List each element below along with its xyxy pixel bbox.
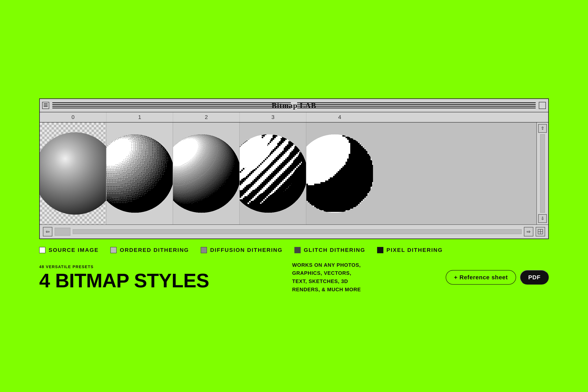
glitch-dither-canvas: [240, 122, 306, 224]
toolbar-scroll-thumb[interactable]: [55, 228, 70, 236]
scroll-down-icon: ⇩: [541, 216, 544, 221]
scroll-up-icon: ⇧: [541, 126, 544, 131]
title-line: [297, 108, 536, 108]
scroll-track[interactable]: [540, 134, 545, 213]
title-line: [297, 102, 536, 103]
bottom-right: + Reference sheet PDF: [446, 270, 549, 284]
bottom-description: WORKS ON ANY PHOTOS, GRAPHICS, VECTORS, …: [292, 261, 363, 294]
bottom-left: 48 VERSATILE PRESETS 4 BITMAP STYLES: [39, 264, 209, 290]
panel-glitch: [240, 122, 306, 224]
legend-swatch-pixel: [377, 247, 384, 253]
title-line: [52, 106, 291, 106]
presets-label: 48 VERSATILE PRESETS: [39, 264, 209, 269]
col-header-3: 3: [240, 112, 306, 122]
panel-source: [40, 122, 106, 224]
legend-label-ordered: ORDERED DITHERING: [120, 247, 189, 253]
pixel-dither-canvas: [306, 122, 373, 224]
legend-swatch-source: [39, 247, 46, 253]
window-close-icon[interactable]: [539, 102, 546, 109]
legend-item-pixel: PIXEL DITHERING: [377, 247, 443, 253]
column-headers: 0 1 2 3 4: [40, 112, 548, 122]
panel-pixel: [306, 122, 536, 224]
scroll-right-button[interactable]: ⇨: [524, 227, 533, 236]
scroll-down-button[interactable]: ⇩: [538, 214, 547, 223]
window-menu-icon[interactable]: [42, 102, 49, 109]
description-line2: TEXT, SKETCHES, 3D RENDERS, & MUCH MORE: [292, 278, 361, 292]
source-sphere-container: [40, 122, 106, 224]
legend-item-source: SOURCE IMAGE: [39, 247, 98, 253]
main-title: 4 BITMAP STYLES: [39, 271, 209, 290]
legend-item-diffusion: DIFFUSION DITHERING: [201, 247, 283, 253]
title-line: [297, 106, 536, 106]
legend-label-source: SOURCE IMAGE: [48, 247, 98, 253]
legend-swatch-diffusion: [201, 247, 207, 253]
toolbar-scroll-track[interactable]: [73, 229, 522, 234]
legend-label-glitch: GLITCH DITHERING: [304, 247, 365, 253]
scrollbar-vertical[interactable]: ⇧ ⇩: [536, 122, 548, 224]
legend-item-ordered: ORDERED DITHERING: [110, 247, 189, 253]
title-line: [52, 108, 291, 108]
pdf-button[interactable]: PDF: [520, 270, 549, 284]
description-line1: WORKS ON ANY PHOTOS, GRAPHICS, VECTORS,: [292, 262, 361, 276]
panel-diffusion: [173, 122, 240, 224]
col-header-4: 4: [306, 112, 373, 122]
scroll-left-icon: ⇦: [46, 229, 50, 234]
scroll-left-button[interactable]: ⇦: [43, 227, 52, 236]
source-sphere: [40, 132, 106, 214]
toolbar-corner-icon[interactable]: [536, 227, 545, 236]
page-wrapper: Bitmap LAB 0 1 2 3 4: [14, 14, 574, 378]
panels-inner: [40, 122, 536, 224]
legend: SOURCE IMAGE ORDERED DITHERING DIFFUSION…: [39, 247, 549, 253]
legend-swatch-glitch: [294, 247, 301, 253]
scroll-right-icon: ⇨: [527, 229, 530, 234]
window-toolbar: ⇦ ⇨: [40, 224, 548, 238]
title-left-controls: [42, 102, 49, 109]
panel-ordered: [106, 122, 173, 224]
resize-icon: [538, 229, 543, 234]
title-right-lines: [297, 102, 536, 108]
legend-item-glitch: GLITCH DITHERING: [294, 247, 365, 253]
diffusion-dither-canvas: [173, 122, 240, 224]
ref-sheet-button[interactable]: + Reference sheet: [446, 270, 516, 284]
title-line: [297, 104, 536, 105]
col-header-0: 0: [40, 112, 106, 122]
ordered-dither-canvas: [106, 122, 173, 224]
window-content: ⇧ ⇩: [40, 122, 548, 224]
title-line: [52, 102, 291, 103]
title-line: [52, 104, 291, 105]
bottom-section: 48 VERSATILE PRESETS 4 BITMAP STYLES WOR…: [39, 261, 549, 294]
legend-swatch-ordered: [110, 247, 116, 253]
legend-label-pixel: PIXEL DITHERING: [386, 247, 443, 253]
window-titlebar: Bitmap LAB: [40, 99, 548, 112]
title-left-lines: [52, 102, 291, 108]
scroll-up-button[interactable]: ⇧: [538, 124, 547, 133]
window-title: Bitmap LAB: [272, 101, 316, 110]
legend-label-diffusion: DIFFUSION DITHERING: [210, 247, 283, 253]
window: Bitmap LAB 0 1 2 3 4: [39, 98, 549, 239]
col-header-1: 1: [106, 112, 173, 122]
col-header-2: 2: [173, 112, 240, 122]
